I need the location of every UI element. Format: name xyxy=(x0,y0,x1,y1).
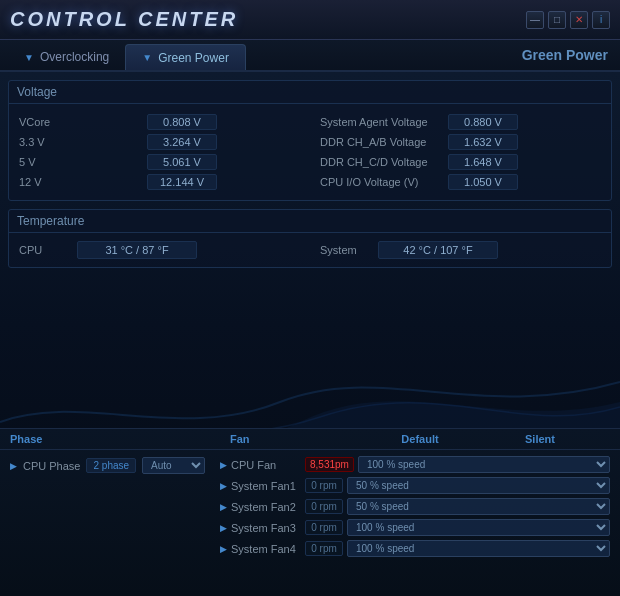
close-button[interactable]: ✕ xyxy=(570,11,588,29)
table-row: DDR CH_C/D Voltage 1.648 V xyxy=(320,152,601,172)
fan-rpm: 8,531pm xyxy=(305,457,354,472)
temperature-header: Temperature xyxy=(9,210,611,233)
temp-label: CPU xyxy=(19,244,69,256)
temperature-panel: Temperature CPU 31 °C / 87 °F System 42 … xyxy=(8,209,612,268)
voltage-value: 1.632 V xyxy=(448,134,518,150)
tab-arrow-icon: ▼ xyxy=(24,52,34,63)
table-row: VCore 0.808 V xyxy=(19,112,300,132)
fan-rpm: 0 rpm xyxy=(305,520,343,535)
cpu-phase-row: ▶ CPU Phase 2 phase Auto Manual xyxy=(10,454,210,477)
fan-header-row: Phase Fan Default Silent xyxy=(0,429,620,450)
fan-phase-rows: ▶ CPU Phase 2 phase Auto Manual ▶ CPU Fa… xyxy=(0,450,620,563)
table-row: System 42 °C / 107 °F xyxy=(320,241,601,259)
fan-rpm: 0 rpm xyxy=(305,499,343,514)
voltage-label: DDR CH_A/B Voltage xyxy=(320,136,440,148)
tab-green-power[interactable]: ▼ Green Power xyxy=(125,44,246,70)
voltage-label: CPU I/O Voltage (V) xyxy=(320,176,440,188)
voltage-label: DDR CH_C/D Voltage xyxy=(320,156,440,168)
tab-bar: ▼ Overclocking ▼ Green Power Green Power xyxy=(0,40,620,72)
temperature-grid: CPU 31 °C / 87 °F System 42 °C / 107 °F xyxy=(19,241,601,259)
temperature-content: CPU 31 °C / 87 °F System 42 °C / 107 °F xyxy=(9,233,611,267)
fan-rpm: 0 rpm xyxy=(305,478,343,493)
voltage-panel: Voltage VCore 0.808 V 3.3 V 3.264 V 5 V … xyxy=(8,80,612,201)
voltage-header: Voltage xyxy=(9,81,611,104)
maximize-button[interactable]: □ xyxy=(548,11,566,29)
phase-column-header: Phase xyxy=(10,433,210,445)
voltage-label: 3.3 V xyxy=(19,136,139,148)
title-bar: Control Center — □ ✕ i xyxy=(0,0,620,40)
table-row: 12 V 12.144 V xyxy=(19,172,300,192)
fan-name: System Fan3 xyxy=(231,522,301,534)
system-fan1-row: ▶ System Fan1 0 rpm 50 % speed 100 % spe… xyxy=(220,475,610,496)
default-column-header: Default xyxy=(370,433,470,445)
voltage-content: VCore 0.808 V 3.3 V 3.264 V 5 V 5.061 V … xyxy=(9,104,611,200)
tab-arrow-icon: ▼ xyxy=(142,52,152,63)
tab-green-power-label: Green Power xyxy=(158,51,229,65)
fan-name: System Fan2 xyxy=(231,501,301,513)
phase-name: CPU Phase xyxy=(23,460,80,472)
phase-arrow-icon: ▶ xyxy=(10,461,17,471)
silent-column-header: Silent xyxy=(470,433,610,445)
table-row: DDR CH_A/B Voltage 1.632 V xyxy=(320,132,601,152)
fan-speed-select[interactable]: 100 % speed 50 % speed 25 % speed xyxy=(347,519,610,536)
temp-label: System xyxy=(320,244,370,256)
fan-speed-select[interactable]: 50 % speed 100 % speed 25 % speed xyxy=(347,477,610,494)
fan-arrow-icon: ▶ xyxy=(220,460,227,470)
system-fan2-row: ▶ System Fan2 0 rpm 50 % speed 100 % spe… xyxy=(220,496,610,517)
fan-name: System Fan1 xyxy=(231,480,301,492)
temp-value: 31 °C / 87 °F xyxy=(77,241,197,259)
minimize-button[interactable]: — xyxy=(526,11,544,29)
fan-arrow-icon: ▶ xyxy=(220,481,227,491)
table-row: CPU 31 °C / 87 °F xyxy=(19,241,300,259)
fan-rpm: 0 rpm xyxy=(305,541,343,556)
voltage-left: VCore 0.808 V 3.3 V 3.264 V 5 V 5.061 V … xyxy=(19,112,300,192)
fan-name: System Fan4 xyxy=(231,543,301,555)
voltage-value: 1.050 V xyxy=(448,174,518,190)
phase-column: ▶ CPU Phase 2 phase Auto Manual xyxy=(10,454,210,559)
table-row: System Agent Voltage 0.880 V xyxy=(320,112,601,132)
phase-mode-select[interactable]: Auto Manual xyxy=(142,457,205,474)
voltage-value: 0.880 V xyxy=(448,114,518,130)
section-label: Green Power xyxy=(522,47,608,63)
voltage-label: System Agent Voltage xyxy=(320,116,440,128)
fan-speed-select[interactable]: 100 % speed 75 % speed 50 % speed xyxy=(358,456,610,473)
voltage-label: 12 V xyxy=(19,176,139,188)
voltage-value: 5.061 V xyxy=(147,154,217,170)
voltage-value: 0.808 V xyxy=(147,114,217,130)
fan-speed-select[interactable]: 50 % speed 100 % speed 25 % speed xyxy=(347,498,610,515)
voltage-right: System Agent Voltage 0.880 V DDR CH_A/B … xyxy=(320,112,601,192)
system-fan4-row: ▶ System Fan4 0 rpm 100 % speed 50 % spe… xyxy=(220,538,610,559)
fan-arrow-icon: ▶ xyxy=(220,523,227,533)
app-title: Control Center xyxy=(10,8,238,31)
voltage-value: 3.264 V xyxy=(147,134,217,150)
fan-column-header: Fan xyxy=(210,433,370,445)
phase-value: 2 phase xyxy=(86,458,136,473)
voltage-label: 5 V xyxy=(19,156,139,168)
temp-value: 42 °C / 107 °F xyxy=(378,241,498,259)
info-button[interactable]: i xyxy=(592,11,610,29)
cpu-fan-row: ▶ CPU Fan 8,531pm 100 % speed 75 % speed… xyxy=(220,454,610,475)
system-fan3-row: ▶ System Fan3 0 rpm 100 % speed 50 % spe… xyxy=(220,517,610,538)
tab-overclocking-label: Overclocking xyxy=(40,50,109,64)
fan-arrow-icon: ▶ xyxy=(220,544,227,554)
voltage-label: VCore xyxy=(19,116,139,128)
window-controls: — □ ✕ i xyxy=(526,11,610,29)
table-row: 3.3 V 3.264 V xyxy=(19,132,300,152)
tab-overclocking[interactable]: ▼ Overclocking xyxy=(8,44,125,70)
fan-rows: ▶ CPU Fan 8,531pm 100 % speed 75 % speed… xyxy=(220,454,610,559)
table-row: 5 V 5.061 V xyxy=(19,152,300,172)
fan-speed-select[interactable]: 100 % speed 50 % speed 25 % speed xyxy=(347,540,610,557)
voltage-grid: VCore 0.808 V 3.3 V 3.264 V 5 V 5.061 V … xyxy=(19,112,601,192)
voltage-value: 1.648 V xyxy=(448,154,518,170)
table-row: CPU I/O Voltage (V) 1.050 V xyxy=(320,172,601,192)
voltage-value: 12.144 V xyxy=(147,174,217,190)
fan-name: CPU Fan xyxy=(231,459,301,471)
fan-arrow-icon: ▶ xyxy=(220,502,227,512)
fan-phase-section: Phase Fan Default Silent ▶ CPU Phase 2 p… xyxy=(0,428,620,596)
